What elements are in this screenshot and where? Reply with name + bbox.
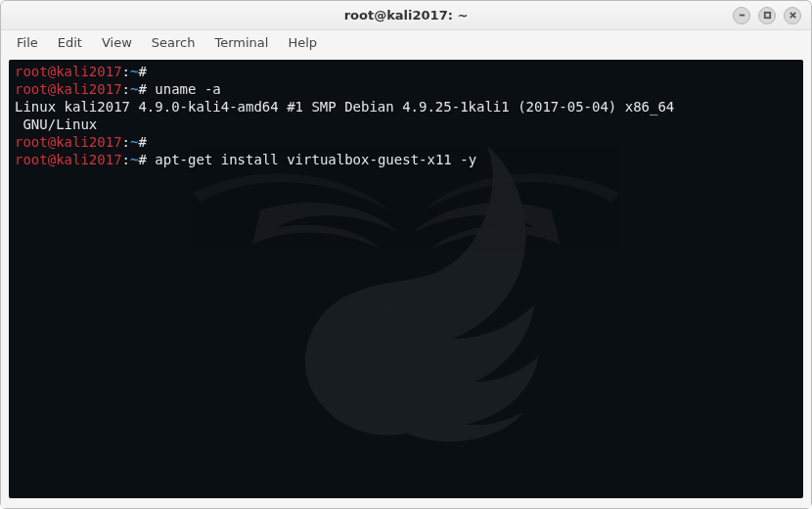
svg-rect-1: [764, 13, 769, 18]
close-icon: [789, 11, 797, 20]
menu-view[interactable]: View: [92, 32, 142, 53]
terminal-container: root@kali2017:~# root@kali2017:~# uname …: [1, 54, 811, 508]
menu-terminal[interactable]: Terminal: [204, 32, 278, 53]
menu-help[interactable]: Help: [278, 32, 327, 53]
kali-dragon-icon: [132, 125, 680, 468]
terminal-content: root@kali2017:~# root@kali2017:~# uname …: [15, 64, 797, 168]
window-controls: [733, 7, 801, 24]
menu-edit[interactable]: Edit: [48, 32, 92, 53]
terminal-window: root@kali2017: ~ File Edit View Search T…: [0, 0, 812, 509]
prompt-line: root@kali2017:~# apt-get install virtual…: [15, 152, 797, 169]
terminal[interactable]: root@kali2017:~# root@kali2017:~# uname …: [9, 60, 803, 498]
output-line: GNU/Linux: [15, 116, 797, 134]
titlebar: root@kali2017: ~: [1, 1, 811, 30]
maximize-button[interactable]: [758, 7, 776, 24]
window-title: root@kali2017: ~: [344, 8, 469, 23]
prompt-line: root@kali2017:~#: [15, 64, 797, 81]
maximize-icon: [763, 11, 772, 20]
minimize-button[interactable]: [733, 7, 750, 24]
menu-search[interactable]: Search: [142, 32, 205, 53]
menubar: File Edit View Search Terminal Help: [1, 30, 811, 54]
close-button[interactable]: [784, 7, 801, 24]
prompt-line: root@kali2017:~#: [15, 134, 797, 152]
output-line: Linux kali2017 4.9.0-kali4-amd64 #1 SMP …: [15, 99, 797, 116]
svg-point-4: [384, 304, 393, 313]
prompt-line: root@kali2017:~# uname -a: [15, 81, 797, 99]
minimize-icon: [738, 11, 746, 20]
menu-file[interactable]: File: [7, 32, 48, 53]
